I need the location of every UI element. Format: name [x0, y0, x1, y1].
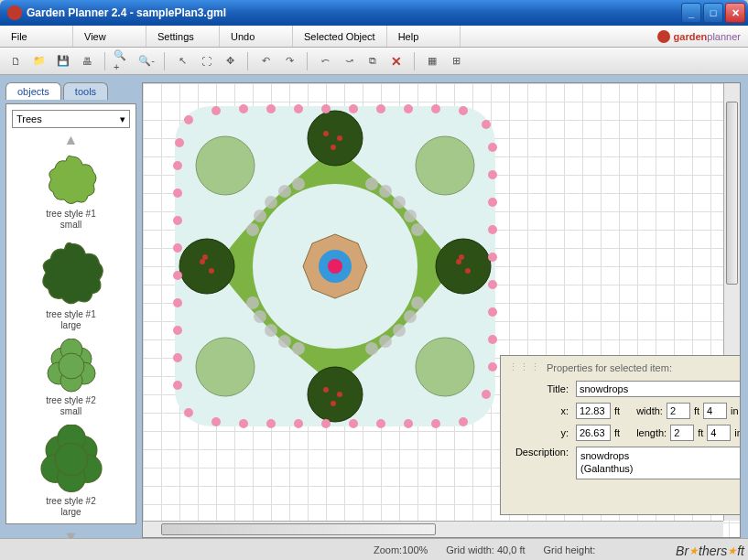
- brand-logo: gardenplanner: [657, 26, 748, 47]
- undo-icon[interactable]: ↶: [255, 51, 276, 71]
- close-button[interactable]: ✕: [725, 3, 745, 23]
- width-in-input[interactable]: 4: [703, 403, 727, 419]
- width-ft-input[interactable]: 2: [667, 403, 690, 419]
- horizontal-scrollbar[interactable]: [143, 521, 723, 537]
- tab-tools[interactable]: tools: [63, 82, 108, 100]
- svg-point-91: [184, 408, 193, 417]
- svg-point-84: [376, 419, 385, 428]
- svg-point-82: [431, 419, 440, 428]
- svg-point-33: [404, 210, 417, 222]
- svg-point-100: [173, 161, 182, 170]
- svg-point-60: [211, 106, 221, 115]
- svg-point-70: [482, 120, 491, 129]
- svg-point-20: [278, 185, 291, 198]
- palette-item-1[interactable]: tree style #1large: [12, 238, 130, 331]
- palette-item-label: tree style #2small: [12, 395, 130, 417]
- svg-point-98: [173, 216, 182, 225]
- y-input[interactable]: 26.63: [576, 425, 611, 441]
- palette-item-2[interactable]: tree style #2small: [12, 339, 130, 417]
- menu-help[interactable]: Help: [387, 26, 461, 47]
- svg-point-41: [196, 338, 255, 396]
- zoom-in-icon[interactable]: 🔍+: [113, 51, 133, 71]
- pointer-icon[interactable]: ↖: [172, 51, 192, 71]
- svg-point-89: [239, 419, 248, 428]
- svg-point-23: [379, 185, 392, 198]
- svg-point-27: [292, 342, 305, 355]
- svg-point-67: [404, 104, 413, 113]
- width-label: width:: [636, 405, 663, 416]
- title-label: Title:: [508, 383, 572, 394]
- svg-point-66: [376, 104, 385, 113]
- svg-point-87: [294, 419, 303, 428]
- svg-point-28: [393, 324, 406, 337]
- svg-point-62: [266, 104, 276, 113]
- zoom-status: Zoom:100%: [374, 544, 428, 555]
- menu-settings[interactable]: Settings: [146, 26, 220, 47]
- length-ft-input[interactable]: 2: [670, 425, 694, 441]
- svg-point-30: [365, 342, 378, 355]
- svg-point-94: [173, 326, 182, 335]
- scroll-up-button[interactable]: ▲: [12, 128, 130, 152]
- svg-point-64: [321, 104, 331, 113]
- delete-icon[interactable]: ✕: [386, 51, 407, 71]
- svg-point-26: [278, 335, 291, 348]
- x-input[interactable]: 12.83: [576, 403, 611, 419]
- maximize-button[interactable]: □: [703, 3, 723, 23]
- redo-icon[interactable]: ↷: [279, 51, 299, 71]
- app-icon: [7, 5, 22, 20]
- select-icon[interactable]: ⛶: [196, 51, 216, 71]
- svg-point-29: [379, 335, 392, 348]
- print-icon[interactable]: 🖶: [77, 51, 97, 71]
- open-file-icon[interactable]: 📁: [29, 51, 49, 71]
- svg-point-65: [349, 104, 358, 113]
- svg-point-32: [246, 223, 259, 236]
- grip-icon[interactable]: ⋮⋮⋮: [508, 361, 541, 373]
- svg-point-61: [239, 104, 248, 113]
- svg-point-6: [59, 353, 84, 379]
- snap-icon[interactable]: ⊞: [446, 51, 466, 71]
- svg-point-80: [482, 390, 491, 399]
- menu-undo[interactable]: Undo: [220, 26, 293, 47]
- status-bar: Zoom:100% Grid width: 40,0 ft Grid heigh…: [0, 538, 748, 560]
- rotate-left-icon[interactable]: ⤺: [315, 51, 335, 71]
- copy-icon[interactable]: ⧉: [363, 51, 383, 71]
- svg-point-21: [292, 178, 305, 190]
- svg-point-93: [173, 353, 182, 362]
- palette-item-3[interactable]: tree style #2large: [12, 425, 130, 518]
- rotate-right-icon[interactable]: ⤻: [339, 51, 359, 71]
- new-file-icon[interactable]: 🗋: [5, 51, 26, 71]
- svg-point-71: [488, 143, 497, 152]
- save-icon[interactable]: 💾: [53, 51, 73, 71]
- title-input[interactable]: snowdrops: [576, 381, 741, 397]
- svg-point-47: [323, 131, 329, 136]
- length-in-input[interactable]: 4: [707, 425, 731, 441]
- menu-selected-object[interactable]: Selected Object: [293, 26, 387, 47]
- svg-point-50: [323, 387, 329, 393]
- palette-item-0[interactable]: tree style #1small: [12, 152, 130, 231]
- minimize-button[interactable]: _: [681, 3, 701, 23]
- garden-plan[interactable]: [161, 92, 509, 440]
- svg-point-74: [488, 225, 497, 234]
- description-input[interactable]: snowdrops (Galanthus): [576, 447, 741, 479]
- svg-point-13: [55, 443, 87, 475]
- menu-file[interactable]: File: [0, 26, 73, 47]
- tab-objects[interactable]: objects: [5, 82, 61, 100]
- toolbar: 🗋 📁 💾 🖶 🔍+ 🔍- ↖ ⛶ ✥ ↶ ↷ ⤺ ⤻ ⧉ ✕ ▦ ⊞: [0, 48, 748, 75]
- menu-view[interactable]: View: [73, 26, 146, 47]
- category-select[interactable]: Trees▾: [12, 110, 130, 128]
- description-label: Description:: [508, 447, 572, 458]
- svg-point-81: [459, 417, 468, 426]
- title-bar: Garden Planner 2.4 - samplePlan3.gml _ □…: [0, 0, 748, 26]
- move-icon[interactable]: ✥: [220, 51, 240, 71]
- zoom-out-icon[interactable]: 🔍-: [136, 51, 157, 71]
- grid-icon[interactable]: ▦: [422, 51, 442, 71]
- svg-point-31: [254, 210, 266, 222]
- svg-point-34: [411, 223, 424, 236]
- svg-point-56: [456, 259, 461, 264]
- y-label: y:: [508, 427, 572, 438]
- palette-item-label: tree style #2large: [12, 496, 130, 518]
- palette-item-label: tree style #1large: [12, 309, 130, 331]
- svg-point-18: [328, 259, 342, 274]
- svg-point-95: [173, 298, 182, 307]
- properties-title: Properties for selected item:: [547, 362, 672, 373]
